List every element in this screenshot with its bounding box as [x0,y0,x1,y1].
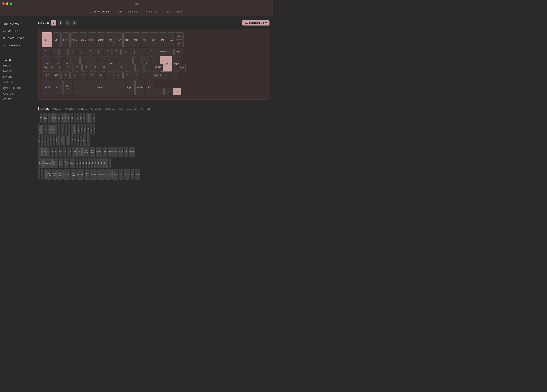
key-8[interactable]: *8 [113,48,121,55]
key-comma[interactable]: <, [123,72,131,79]
key-1[interactable]: !1 [51,48,59,55]
key-7[interactable]: &7 [104,48,112,55]
key-scr-plus[interactable]: Scr + [62,32,69,47]
key-down-arrow[interactable]: ↓ [164,88,172,95]
key-9[interactable]: (9 [121,48,130,55]
key-5[interactable]: %5 [86,48,94,55]
grid-key-rshift[interactable]: RightShift [57,169,62,180]
grid-key-e[interactable]: E [61,113,63,123]
key-left-cmd[interactable]: Left Co... [63,80,72,95]
grid-key-star[interactable]: *8 [38,135,40,146]
grid-key-up[interactable]: Up [131,169,134,180]
grid-key-pipe[interactable]: |\ [61,135,62,146]
key-rctl[interactable]: RCtl [145,80,154,95]
key-prvs[interactable]: Prvs [106,32,114,47]
key-miss[interactable]: Miss... [70,32,78,47]
key-up[interactable]: ↑ [169,72,177,79]
grid-key-f3[interactable]: F3 [38,147,41,157]
grid-key-t[interactable]: T [51,124,54,135]
grid-key-enter[interactable]: Enter [70,158,75,168]
grid-key-scrlk[interactable]: ScrollLock [90,147,95,157]
key-vol-minus[interactable]: Vol - [141,32,149,47]
grid-key-qmark[interactable]: ?/ [74,135,76,146]
key-period[interactable]: >. [132,72,140,79]
key-z[interactable]: Z [62,72,69,79]
grid-key-f4[interactable]: F4 [42,147,46,157]
grid-key-prtsc[interactable]: PrintScreen [82,147,89,157]
grid-key-q[interactable]: Q [41,124,44,135]
layer-btn-2[interactable]: 2 [65,20,70,26]
grid-key-m[interactable]: M [86,113,89,123]
grid-key-f6[interactable]: F6 [51,147,54,157]
grid-key-g[interactable]: G [68,113,70,123]
layer-btn-3[interactable]: 3 [72,20,77,26]
key-k[interactable]: K [118,64,126,71]
grid-key-f9[interactable]: F9 [63,147,66,157]
maximize-button[interactable] [10,2,12,5]
grid-key-rwin[interactable]: RightWin [85,169,90,180]
layer-btn-0[interactable]: 0 [51,20,56,26]
keyboard-model-button[interactable]: KEYCHRON Q1 ▾ [242,20,269,26]
sidebar-item-save-load[interactable]: ⊞ SAVE + LOAD [0,34,34,42]
key-mo1[interactable]: MO(1) [136,80,144,95]
key-h[interactable]: H [100,64,108,71]
grid-nav-macro[interactable]: MACRO [65,108,74,110]
key-equals[interactable]: += [148,48,156,55]
key-space[interactable]: Space [73,80,125,95]
grid-nav-custom[interactable]: CUSTOM [127,108,137,110]
key-m[interactable]: M [115,72,123,79]
grid-key-o[interactable]: O [93,113,95,123]
grid-key-numlock[interactable]: NumLock [59,158,63,168]
grid-key-num1[interactable]: 1 [76,158,78,168]
grid-key-f[interactable]: F [64,113,67,123]
nav-design[interactable]: DESIGN [146,10,158,13]
grid-key-f7[interactable]: F7 [55,147,58,157]
grid-key-del[interactable]: Del [124,147,128,157]
grid-nav-layers[interactable]: LAYERS [78,108,87,110]
sidebar-sub-custom[interactable]: CUSTOM [0,91,34,97]
key-quote[interactable]: ". [144,64,152,71]
grid-key-nummul[interactable]: * [109,158,111,168]
grid-key-gt[interactable]: >. [71,135,73,146]
grid-key-num5[interactable]: 5 [88,158,90,168]
key-d[interactable]: D [74,64,82,71]
grid-key-percent[interactable]: %5 [87,124,89,135]
close-button[interactable] [2,2,5,5]
grid-key-lshift[interactable]: LeftShift [52,169,57,180]
grid-key-ralt[interactable]: Right Alt [97,169,104,180]
key-c[interactable]: C [79,72,87,79]
grid-key-dollar[interactable]: $4 [84,124,86,135]
sidebar-item-keymap[interactable]: ⌨ KEYMAP [0,20,34,27]
sidebar-item-lighting[interactable]: ✦ LIGHTING [0,42,34,49]
grid-key-num9[interactable]: 9 [100,158,103,168]
sidebar-sub-macro[interactable]: MACRO [0,68,34,74]
key-b[interactable]: B [97,72,105,79]
grid-key-f12[interactable]: F12 [77,147,82,157]
grid-key-num7[interactable]: 7 [94,158,96,168]
sidebar-sub-other[interactable]: OTHER [0,97,34,102]
grid-key-k[interactable]: K [80,113,82,123]
grid-key-v[interactable]: V [58,124,60,135]
grid-key-h[interactable]: H [71,113,74,123]
grid-key-lt[interactable]: <, [68,135,70,146]
grid-key-n[interactable]: N [89,113,92,123]
grid-key-underscore[interactable]: –- [47,135,49,146]
key-vol-minus-2[interactable]: Vol - [176,32,184,40]
grid-key-f5[interactable]: F5 [46,147,50,157]
layer-btn-1[interactable]: 1 [58,20,63,26]
grid-key-f11[interactable]: F11 [72,147,76,157]
grid-key-rpar[interactable]: )0 [44,135,46,146]
grid-key-rbrace[interactable]: }] [58,135,60,146]
grid-key-tilde[interactable]: ~` [53,135,55,146]
key-brght-plus[interactable]: Brght+ [97,32,105,47]
key-s[interactable]: S [65,64,73,71]
grid-key-lpar[interactable]: (9 [41,135,43,146]
key-right-alt[interactable]: Righ... [126,80,135,95]
grid-key-space[interactable]: Space [105,169,112,180]
key-lctrl[interactable]: Left Ctrl [42,80,53,95]
grid-key-capslock[interactable]: CapsLock [64,158,69,168]
grid-key-r[interactable]: R [45,124,48,135]
key-play[interactable]: Play [115,32,123,47]
grid-key-num8[interactable]: 8 [97,158,99,168]
sidebar-item-macros[interactable]: ◎ MACROS [0,27,34,34]
